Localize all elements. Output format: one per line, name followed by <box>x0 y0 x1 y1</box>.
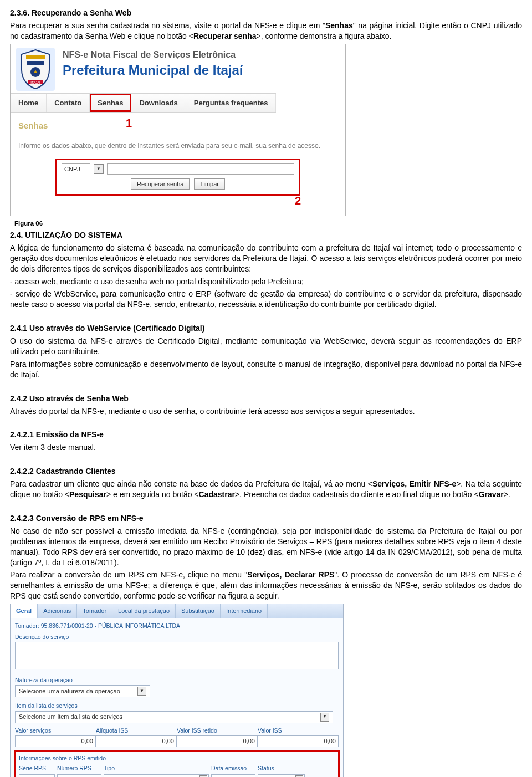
heading-236: 2.3.6. Recuperando a Senha Web <box>10 8 522 18</box>
t2422g: >. Preencha os dados cadastrais do clien… <box>235 490 479 499</box>
heading-24-title: UTILIZAÇÃO DO SISTEMA <box>25 231 122 239</box>
recover-form: CNPJ ▼ Recuperar senha Limpar 2 <box>55 159 300 196</box>
nav-home[interactable]: Home <box>11 94 47 113</box>
heading-2421: 2.4.2.1 Emissão da NFS-e <box>10 430 522 440</box>
heading-2423: 2.4.2.3 Conversão de RPS em NFS-e <box>10 513 522 524</box>
figure-06-label: Figura 06 <box>14 219 522 228</box>
para-2423-1: No caso de não ser possível a emissão im… <box>10 526 522 568</box>
natureza-select-text: Selecione uma natureza da operação <box>19 687 120 696</box>
item-select-text: Selecione um item da lista de serviços <box>19 713 122 721</box>
portal-header: ITAJAÍ NFS-e Nota Fiscal de Serviços Ele… <box>11 44 345 93</box>
step-1-label: 1 <box>126 116 132 131</box>
tab-local[interactable]: Local da prestação <box>112 604 176 618</box>
heading-24-num: 2.4. <box>10 231 25 239</box>
natureza-select[interactable]: Selecione uma natureza da operação ▼ <box>15 685 150 697</box>
breadcrumb-senhas: Senhas <box>18 120 48 131</box>
t2422a: Para cadastrar um cliente que ainda não … <box>10 479 372 488</box>
nav-perguntas[interactable]: Perguntas frequentes <box>186 94 277 113</box>
serie-input[interactable] <box>19 774 55 777</box>
t2422h: Gravar <box>479 490 504 499</box>
iss-retido-label: Valor ISS retido <box>177 725 258 735</box>
tab-intermediario[interactable]: Intermediário <box>221 604 268 618</box>
tipo-select[interactable]: RPS ▼ <box>104 774 209 777</box>
chevron-down-icon: ▼ <box>320 713 329 722</box>
tabs-row: Geral Adicionais Tomador Local da presta… <box>11 604 343 618</box>
para-2421-1: Ver item 3 deste manual. <box>10 442 522 453</box>
para-24-b1: - acesso web, mediante o uso de senha we… <box>10 277 522 287</box>
col-status: Status <box>258 764 305 772</box>
values-row: Valor serviços 0,00 Alíquota ISS 0,00 Va… <box>11 725 343 749</box>
para-2423-2: Para realizar a conversão de um RPS em N… <box>10 570 522 601</box>
item-select[interactable]: Selecione um item da lista de serviços ▼ <box>15 711 333 723</box>
descricao-textarea[interactable] <box>15 642 339 669</box>
natureza-label: Natureza da operação <box>11 674 343 685</box>
heading-236-num: 2.3.6. <box>10 8 32 17</box>
tab-tomador[interactable]: Tomador <box>77 604 112 618</box>
tab-substituicao[interactable]: Substituição <box>176 604 221 618</box>
valor-servicos-label: Valor serviços <box>15 725 96 735</box>
t2422b: Serviços, Emitir NFS-e <box>372 479 456 488</box>
system-name: NFS-e Nota Fiscal de Serviços Eletrônica <box>63 49 243 61</box>
screenshot-senhas: ITAJAÍ NFS-e Nota Fiscal de Serviços Ele… <box>10 44 346 216</box>
t2423-2a: Para realizar a conversão de um RPS em N… <box>10 570 247 579</box>
aliquota-input[interactable]: 0,00 <box>96 735 177 747</box>
cnpj-input[interactable] <box>107 163 294 175</box>
step-2-label: 2 <box>295 193 301 208</box>
valor-iss-label: Valor ISS <box>258 725 339 735</box>
numero-input[interactable] <box>57 774 101 777</box>
nav-downloads[interactable]: Downloads <box>131 94 186 113</box>
chevron-down-icon[interactable]: ▼ <box>94 164 104 174</box>
para-242-1: Através do portal da NFS-e, mediante o u… <box>10 406 522 417</box>
item-label: Item da lista de serviços <box>11 699 343 710</box>
para-236-1e: >, conforme demonstra a figura abaixo. <box>257 32 392 40</box>
recover-button[interactable]: Recuperar senha <box>131 178 190 190</box>
nav-senhas[interactable]: Senhas <box>90 94 131 113</box>
heading-2422: 2.4.2.2 Cadastrando Clientes <box>10 466 522 477</box>
t2422d: Pesquisar <box>69 490 106 499</box>
heading-24: 2.4. UTILIZAÇÃO DO SISTEMA <box>10 230 522 241</box>
t2422e: > e em seguida no botão < <box>106 490 199 499</box>
col-numero: Número RPS <box>57 764 101 772</box>
doc-type-select[interactable]: CNPJ <box>62 163 90 175</box>
para-236-1a: Para recuperar a sua senha cadastrada no… <box>10 21 325 30</box>
para-241-2: Para informações sobre comunicação e des… <box>10 359 522 380</box>
tomador-line: Tomador: 95.836.771/0001-20 - PÚBLICA IN… <box>11 618 343 631</box>
col-tipo: Tipo <box>104 764 209 772</box>
status-select[interactable]: Normal ▼ <box>258 774 305 777</box>
para-236-senhas: Senhas <box>325 21 353 30</box>
heading-242: 2.4.2 Uso através de Senha Web <box>10 393 522 404</box>
valor-iss-input[interactable]: 0,00 <box>258 735 339 747</box>
nav-contato[interactable]: Contato <box>47 94 90 113</box>
t2423-2b: Serviços, Declarar RPS <box>247 570 334 579</box>
portal-header-text: NFS-e Nota Fiscal de Serviços Eletrônica… <box>63 48 243 91</box>
col-serie: Série RPS <box>19 764 55 772</box>
tab-adicionais[interactable]: Adicionais <box>38 604 77 618</box>
para-236-recuperar: Recuperar senha <box>193 32 257 40</box>
senhas-info-text: Informe os dados abaixo, que dentro de i… <box>18 141 337 150</box>
para-24-body: A lógica de funcionamento do sistema é b… <box>10 243 522 274</box>
data-emissao-input[interactable]: 17/07/2012 <box>211 774 255 777</box>
svg-rect-0 <box>26 55 45 59</box>
heading-236-title: Recuperando a Senha Web <box>32 8 131 17</box>
rps-info-title: Informações sobre o RPS emitido <box>17 753 337 764</box>
tab-geral[interactable]: Geral <box>11 604 38 618</box>
screenshot-rps-form: Geral Adicionais Tomador Local da presta… <box>10 604 344 777</box>
prefeitura-name: Prefeitura Municipal de Itajaí <box>63 62 243 79</box>
t2422f: Cadastrar <box>199 490 235 499</box>
municipal-crest-icon: ITAJAÍ <box>16 48 55 91</box>
para-2422-1: Para cadastrar um cliente que ainda não … <box>10 479 522 500</box>
descricao-label: Descrição do serviço <box>11 631 343 642</box>
aliquota-label: Alíquota ISS <box>96 725 177 735</box>
svg-text:ITAJAÍ: ITAJAÍ <box>30 81 40 84</box>
para-24-b2: - serviço de WebService, para comunicaçã… <box>10 289 522 310</box>
col-data: Data emissão <box>211 764 255 772</box>
para-241-1: O uso do sistema da NFS-e através de Cer… <box>10 336 522 357</box>
clear-button[interactable]: Limpar <box>194 178 225 190</box>
t2422i: >. <box>504 490 510 499</box>
para-236-1: Para recuperar a sua senha cadastrada no… <box>10 21 522 42</box>
valor-servicos-input[interactable]: 0,00 <box>15 735 96 747</box>
heading-241: 2.4.1 Uso através do WebService (Certifi… <box>10 323 522 334</box>
nav-bar: Home Contato Senhas Downloads Perguntas … <box>11 93 276 113</box>
iss-retido-input[interactable]: 0,00 <box>177 735 258 747</box>
chevron-down-icon: ▼ <box>137 687 146 696</box>
